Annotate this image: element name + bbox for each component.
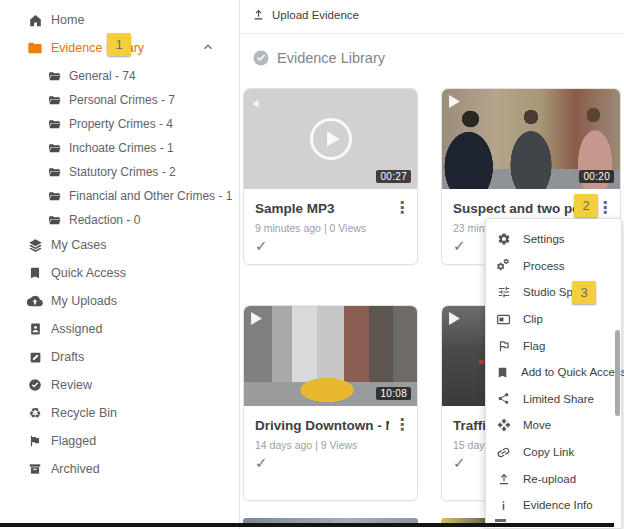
- sidebar-item-property-crimes[interactable]: Property Crimes - 4: [47, 112, 173, 136]
- sidebar-item-statutory-crimes[interactable]: Statutory Crimes - 2: [47, 160, 176, 184]
- duration-badge: 00:27: [376, 170, 411, 183]
- gears-icon: [496, 258, 511, 273]
- assignment-icon: [27, 321, 43, 337]
- thumbnail[interactable]: 00:20: [442, 89, 620, 189]
- menu-item-settings[interactable]: Settings: [486, 226, 621, 253]
- sidebar-item-label: Redaction - 0: [69, 213, 140, 227]
- upload-icon: [496, 471, 511, 486]
- sidebar-item-archived[interactable]: Archived: [27, 457, 100, 481]
- sidebar-item-label: Assigned: [51, 322, 102, 336]
- checkmark-icon[interactable]: ✓: [255, 454, 268, 472]
- menu-item-process[interactable]: Process: [486, 253, 621, 280]
- sidebar-item-label: Drafts: [51, 350, 84, 364]
- subfolder-icon: [47, 69, 61, 83]
- upload-evidence-button[interactable]: Upload Evidence: [252, 8, 359, 22]
- check-circle-icon: [252, 49, 270, 67]
- annotation-step-2: 2: [574, 194, 598, 217]
- thumbnail[interactable]: 00:27: [244, 89, 417, 189]
- folder-icon: [27, 40, 43, 56]
- kebab-menu-icon[interactable]: ⋮: [394, 415, 410, 435]
- subfolder-icon: [47, 189, 61, 203]
- upload-icon: [252, 8, 266, 22]
- sidebar-item-my-cases[interactable]: My Cases: [27, 233, 107, 257]
- clip-icon: [496, 312, 511, 327]
- duration-badge: 00:20: [579, 170, 614, 183]
- sidebar-item-assigned[interactable]: Assigned: [27, 317, 102, 341]
- menu-item-re-upload[interactable]: Re-upload: [486, 465, 621, 492]
- check-circle-icon: [27, 377, 43, 393]
- menu-item-partial-icon: [495, 519, 506, 522]
- sidebar-item-label: General - 74: [69, 69, 136, 83]
- kebab-menu-icon[interactable]: ⋮: [394, 198, 410, 218]
- sidebar-item-recycle-bin[interactable]: ♻ Recycle Bin: [27, 401, 117, 425]
- home-icon: [27, 12, 43, 28]
- menu-item-clip[interactable]: Clip: [486, 306, 621, 333]
- menu-scrollbar-thumb[interactable]: [615, 330, 620, 416]
- share-icon: [496, 391, 511, 406]
- sidebar-item-label: Review: [51, 378, 92, 392]
- flag-outline-icon: [496, 338, 511, 353]
- draft-icon: [27, 349, 43, 365]
- sidebar-item-label: Statutory Crimes - 2: [69, 165, 176, 179]
- sidebar-divider: [239, 0, 240, 529]
- link-icon: [496, 445, 511, 460]
- play-icon: [449, 312, 460, 325]
- subfolder-icon: [47, 165, 61, 179]
- card-title: Suspect and two peo..: [453, 201, 575, 216]
- sidebar-item-general[interactable]: General - 74: [47, 64, 136, 88]
- checkmark-icon[interactable]: ✓: [453, 237, 466, 255]
- checkmark-icon[interactable]: ✓: [453, 454, 466, 472]
- sidebar-item-drafts[interactable]: Drafts: [27, 345, 84, 369]
- menu-item-move[interactable]: Move: [486, 412, 621, 439]
- menu-item-add-to-quick-access[interactable]: Add to Quick Access: [486, 359, 621, 386]
- sidebar-item-my-uploads[interactable]: My Uploads: [27, 289, 117, 313]
- move-icon: [496, 418, 511, 433]
- subfolder-icon: [47, 117, 61, 131]
- evidence-card-driving-downtown: 10:08 Driving Downtown - N... 14 days ag…: [243, 305, 418, 501]
- card-context-menu: Settings Process Studio Space Clip Flag: [485, 218, 622, 529]
- subfolder-icon: [47, 141, 61, 155]
- play-icon: [251, 312, 262, 325]
- play-icon: [449, 95, 460, 108]
- menu-item-copy-link[interactable]: Copy Link: [486, 439, 621, 466]
- sidebar-item-label: Flagged: [51, 434, 96, 448]
- card-title: Driving Downtown - N...: [255, 418, 389, 433]
- section-header: Evidence Library: [252, 49, 385, 67]
- sidebar-item-flagged[interactable]: Flagged: [27, 429, 96, 453]
- menu-item-evidence-info[interactable]: Evidence Info: [486, 492, 621, 519]
- sidebar-item-label: Archived: [51, 462, 100, 476]
- chevron-up-icon[interactable]: [201, 40, 215, 54]
- sidebar-item-label: Personal Crimes - 7: [69, 93, 175, 107]
- flag-icon: [27, 433, 43, 449]
- gear-icon: [496, 232, 511, 247]
- checkmark-icon[interactable]: ✓: [255, 237, 268, 255]
- info-icon: [496, 498, 511, 513]
- sidebar-item-personal-crimes[interactable]: Personal Crimes - 7: [47, 88, 175, 112]
- cloud-upload-icon: [27, 293, 43, 309]
- sidebar-item-label: Inchoate Crimes - 1: [69, 141, 174, 155]
- menu-item-limited-share[interactable]: Limited Share: [486, 386, 621, 413]
- sidebar-item-review[interactable]: Review: [27, 373, 92, 397]
- sidebar-item-label: Quick Access: [51, 266, 126, 280]
- kebab-menu-icon[interactable]: ⋮: [597, 198, 613, 218]
- bookmark-icon: [27, 265, 43, 281]
- layers-icon: [27, 237, 43, 253]
- menu-item-studio-space[interactable]: Studio Space: [486, 279, 621, 306]
- play-button-icon[interactable]: [308, 116, 354, 162]
- sidebar-item-inchoate-crimes[interactable]: Inchoate Crimes - 1: [47, 136, 174, 160]
- menu-item-flag[interactable]: Flag: [486, 332, 621, 359]
- screenshot-border: [0, 523, 614, 527]
- sidebar-item-quick-access[interactable]: Quick Access: [27, 261, 126, 285]
- sidebar-item-label: Recycle Bin: [51, 406, 117, 420]
- tune-icon: [496, 285, 511, 300]
- section-title: Evidence Library: [277, 50, 385, 66]
- thumbnail[interactable]: 10:08: [244, 306, 417, 406]
- sidebar-item-redaction[interactable]: Redaction - 0: [47, 208, 140, 232]
- card-title: Sample MP3: [255, 201, 335, 216]
- upload-evidence-label: Upload Evidence: [272, 9, 359, 21]
- evidence-library-screen: Home Evidence Library General - 74 Perso…: [0, 0, 624, 529]
- duration-badge: 10:08: [376, 387, 411, 400]
- sidebar-item-home[interactable]: Home: [27, 8, 84, 32]
- header-divider: [240, 33, 624, 34]
- sidebar-item-financial-crimes[interactable]: Financial and Other Crimes - 1: [47, 184, 232, 208]
